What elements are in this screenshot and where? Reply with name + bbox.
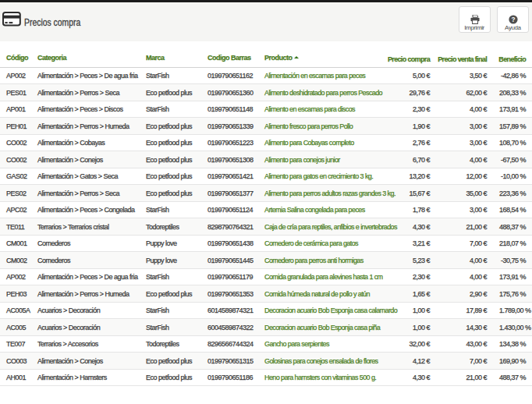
svg-text:?: ?	[511, 16, 515, 23]
